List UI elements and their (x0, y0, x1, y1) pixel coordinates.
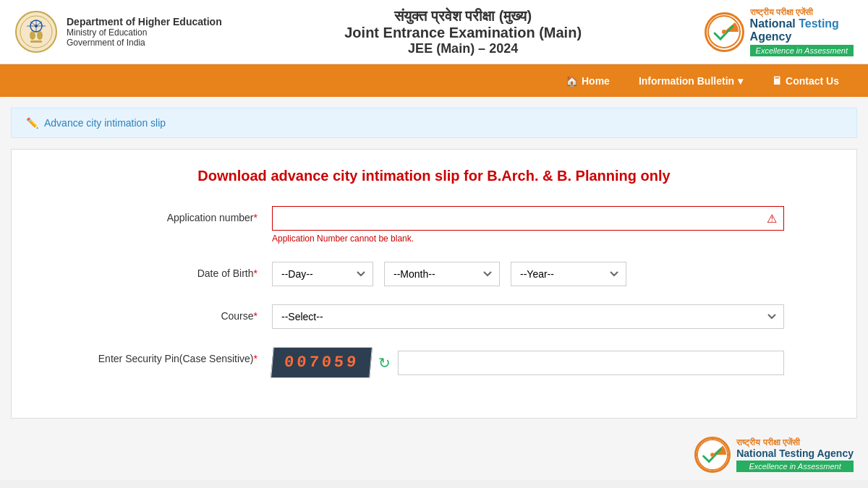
captcha-image: 007059 (271, 347, 373, 378)
nta-logo: राष्ट्रीय परीक्षा एजेंसी National Testin… (705, 7, 854, 56)
warning-icon: ⚠ (767, 212, 777, 226)
application-number-label: Application number* (84, 206, 272, 223)
required-mark-course: * (254, 310, 258, 322)
application-number-wrapper: ⚠ (272, 206, 784, 231)
nta-english-name: National Testing Agency (750, 17, 854, 43)
refresh-captcha-button[interactable]: ↻ (378, 354, 391, 372)
header-left: Department of Higher Education Ministry … (14, 10, 222, 53)
nta-testing: Testing (799, 17, 839, 30)
svg-rect-6 (30, 40, 42, 43)
nav-contact-us[interactable]: 🖩 Contact Us (757, 64, 854, 97)
nav-home[interactable]: 🏠 Home (551, 64, 624, 97)
application-number-input-group: ⚠ Application Number cannot be blank. (272, 206, 784, 244)
year-select[interactable]: --Year-- (511, 262, 626, 286)
govt-name: Government of India (67, 38, 222, 48)
main-content: ✏️ Advance city intimation slip Download… (0, 97, 868, 429)
navbar: 🏠 Home Information Bulletin ▾ 🖩 Contact … (0, 64, 868, 97)
eng-title: Joint Entrance Examination (Main) (344, 25, 582, 41)
nav-contact-label: Contact Us (786, 75, 839, 87)
course-select[interactable]: --Select-- (272, 304, 784, 329)
footer-nta-hindi: राष्ट्रीय परीक्षा एजेंसी (736, 437, 854, 448)
nta-national: National (750, 17, 796, 30)
dept-name: Department of Higher Education (67, 16, 222, 27)
svg-point-4 (30, 31, 35, 40)
application-number-error: Application Number cannot be blank. (272, 234, 784, 244)
svg-point-13 (722, 30, 726, 34)
security-pin-input[interactable] (398, 351, 784, 375)
nta-agency: Agency (750, 30, 792, 43)
required-mark-security: * (254, 353, 258, 364)
nta-hindi-text: राष्ट्रीय परीक्षा एजेंसी (750, 7, 854, 17)
footer-nta-name: National Testing Agency (736, 448, 854, 459)
course-label: Course* (84, 304, 272, 322)
footer-nta-circle-icon (694, 437, 731, 473)
breadcrumb: ✏️ Advance city intimation slip (11, 108, 857, 138)
header-right: राष्ट्रीय परीक्षा एजेंसी National Testin… (705, 7, 854, 56)
course-input-group: --Select-- (272, 304, 784, 329)
hindi-title: संयुक्त प्रवेश परीक्षा (मुख्य) (344, 8, 582, 25)
nta-tagline: Excellence in Assessment (750, 45, 854, 56)
svg-point-15 (710, 453, 715, 457)
security-pin-controls: 007059 ↻ (272, 347, 784, 378)
footer-nta-logo: राष्ट्रीय परीक्षा एजेंसी National Testin… (694, 437, 854, 473)
dob-group: Date of Birth* --Day-- --Month-- --Year-… (41, 262, 827, 286)
nav-info-bulletin-label: Information Bulletin (639, 75, 734, 87)
ministry-name: Ministry of Education (67, 27, 222, 38)
home-icon: 🏠 (566, 75, 578, 87)
security-pin-group: Enter Security Pin(Case Sensitive)* 0070… (41, 347, 827, 378)
security-pin-label: Enter Security Pin(Case Sensitive)* (84, 347, 272, 364)
application-number-group: Application number* ⚠ Application Number… (41, 206, 827, 244)
footer-nta-tagline: Excellence in Assessment (736, 461, 854, 472)
form-section: Download advance city intimation slip fo… (11, 149, 857, 419)
nav-home-label: Home (582, 75, 610, 87)
application-number-input[interactable] (272, 206, 784, 231)
nta-text-block: राष्ट्रीय परीक्षा एजेंसी National Testin… (750, 7, 854, 56)
svg-point-5 (37, 31, 43, 40)
header-center: संयुक्त प्रवेश परीक्षा (मुख्य) Joint Ent… (344, 8, 582, 56)
department-info: Department of Higher Education Ministry … (67, 16, 222, 48)
day-select[interactable]: --Day-- (272, 262, 373, 286)
footer-nta-text: राष्ट्रीय परीक्षा एजेंसी National Testin… (736, 437, 854, 472)
dob-label: Date of Birth* (84, 262, 272, 279)
required-mark-dob: * (254, 267, 258, 279)
year-title: JEE (Main) – 2024 (344, 41, 582, 56)
course-wrapper: --Select-- (272, 304, 784, 329)
nav-information-bulletin[interactable]: Information Bulletin ▾ (624, 64, 757, 97)
edit-icon: ✏️ (26, 117, 38, 129)
dob-selects: --Day-- --Month-- --Year-- (272, 262, 784, 286)
footer: राष्ट्रीय परीक्षा एजेंसी National Testin… (0, 429, 868, 480)
dob-input-group: --Day-- --Month-- --Year-- (272, 262, 784, 286)
required-mark: * (254, 212, 258, 223)
breadcrumb-link[interactable]: Advance city intimation slip (44, 117, 166, 129)
india-emblem-icon (14, 10, 58, 53)
page-header: Department of Higher Education Ministry … (0, 0, 868, 64)
contact-icon: 🖩 (772, 75, 782, 87)
month-select[interactable]: --Month-- (384, 262, 500, 286)
nta-circle-icon (705, 12, 744, 52)
security-pin-input-group: 007059 ↻ (272, 347, 784, 378)
course-group: Course* --Select-- (41, 304, 827, 329)
form-title: Download advance city intimation slip fo… (41, 168, 827, 184)
chevron-down-icon: ▾ (738, 75, 743, 87)
